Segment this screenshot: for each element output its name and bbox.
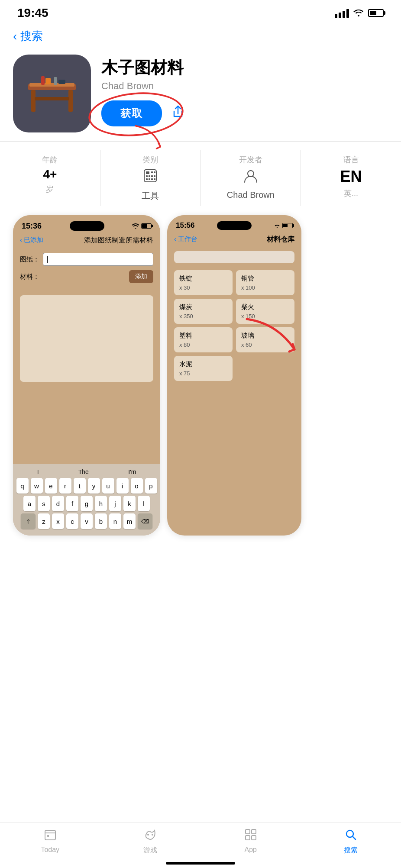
ss2-nav-back: ‹ 工作台 xyxy=(174,235,197,244)
signal-icon xyxy=(335,8,349,18)
tab-search[interactable]: 搜索 xyxy=(301,828,401,855)
svg-rect-1 xyxy=(29,83,74,87)
key-delete[interactable]: ⌫ xyxy=(138,513,152,529)
info-cell-category: 类别 工具 xyxy=(100,150,201,206)
language-value: EN xyxy=(340,168,362,186)
svg-point-21 xyxy=(248,171,254,177)
tab-apps[interactable]: App xyxy=(200,828,301,855)
home-indicator xyxy=(166,862,235,865)
app-info: 木子图材料 Chad Brown 获取 xyxy=(101,55,388,126)
key-b[interactable]: b xyxy=(95,513,107,529)
svg-point-25 xyxy=(152,834,153,836)
key-m[interactable]: m xyxy=(123,513,136,529)
status-time: 19:45 xyxy=(17,6,49,20)
svg-rect-23 xyxy=(47,835,49,837)
person-icon xyxy=(243,168,259,187)
app-header: 木子图材料 Chad Brown 获取 xyxy=(0,50,401,141)
key-n[interactable]: n xyxy=(109,513,121,529)
ss2-item-7: 水泥 x 75 xyxy=(174,356,233,381)
key-s[interactable]: s xyxy=(38,496,50,511)
key-q[interactable]: q xyxy=(16,478,29,494)
svg-rect-10 xyxy=(146,171,149,174)
ss2-nav-title: 材料仓库 xyxy=(267,235,294,244)
key-e[interactable]: e xyxy=(45,478,57,494)
key-l[interactable]: l xyxy=(138,496,150,511)
screenshot-1: 15:36 ‹ 已添加 添加图纸制造所需材料 图纸： xyxy=(13,215,160,536)
tab-games[interactable]: 游戏 xyxy=(100,828,201,855)
key-k[interactable]: k xyxy=(123,496,136,511)
key-a[interactable]: a xyxy=(23,496,36,511)
developer-name: Chad Brown xyxy=(227,190,275,200)
back-button[interactable]: ‹ 搜索 xyxy=(13,29,388,44)
get-button[interactable]: 获取 xyxy=(101,100,162,126)
ss1-add-button[interactable]: 添加 xyxy=(129,270,153,283)
language-label: 语言 xyxy=(343,155,359,165)
svg-rect-26 xyxy=(246,829,250,834)
key-o[interactable]: o xyxy=(131,478,143,494)
key-j[interactable]: j xyxy=(109,496,121,511)
svg-rect-2 xyxy=(31,90,36,112)
app-title: 木子图材料 xyxy=(101,58,388,78)
ss2-item-4: 柴火 x 150 xyxy=(236,299,294,324)
age-label: 年龄 xyxy=(42,155,58,165)
ss1-status-icons xyxy=(132,223,152,229)
ss1-form: 图纸： 材料： 添加 xyxy=(13,248,160,292)
key-d[interactable]: d xyxy=(52,496,64,511)
key-shift[interactable]: ⇧ xyxy=(21,513,36,529)
ss1-content-area xyxy=(20,295,153,382)
key-v[interactable]: v xyxy=(81,513,93,529)
ss2-nav: ‹ 工作台 材料仓库 xyxy=(167,232,301,248)
screenshots-container: 15:36 ‹ 已添加 添加图纸制造所需材料 图纸： xyxy=(0,215,401,536)
age-value: 4+ xyxy=(43,168,57,181)
ss1-keyboard: I The I'm q w e r t y u i o p a xyxy=(13,464,160,536)
developer-label: 开发者 xyxy=(239,155,262,165)
svg-rect-6 xyxy=(45,78,51,84)
today-icon xyxy=(44,828,57,844)
ss1-field-row-2: 材料： 添加 xyxy=(20,270,153,283)
ss2-item-6: 玻璃 x 60 xyxy=(236,327,294,352)
svg-rect-12 xyxy=(154,171,155,173)
key-w[interactable]: w xyxy=(31,478,43,494)
ss1-time: 15:36 xyxy=(22,222,42,231)
info-cell-developer: 开发者 Chad Brown xyxy=(201,150,301,206)
ss1-field-input-1[interactable] xyxy=(43,253,153,266)
ss1-field-row-1: 图纸： xyxy=(20,253,153,266)
key-g[interactable]: g xyxy=(81,496,93,511)
key-i[interactable]: i xyxy=(116,478,129,494)
key-z[interactable]: z xyxy=(38,513,50,529)
ss2-grid: 铁锭 x 30 铜管 x 100 煤炭 x 350 柴火 x 150 塑料 xyxy=(167,267,301,384)
info-row: 年龄 4+ 岁 类别 工具 开发者 xyxy=(0,141,401,215)
screenshots-area: 15:36 ‹ 已添加 添加图纸制造所需材料 图纸： xyxy=(0,215,401,613)
ss2-notch xyxy=(217,221,252,230)
info-cell-age: 年龄 4+ 岁 xyxy=(0,150,100,206)
key-t[interactable]: t xyxy=(74,478,86,494)
key-u[interactable]: u xyxy=(102,478,114,494)
key-f[interactable]: f xyxy=(66,496,78,511)
key-r[interactable]: r xyxy=(59,478,71,494)
key-y[interactable]: y xyxy=(88,478,100,494)
svg-rect-16 xyxy=(154,175,155,177)
ss1-nav: ‹ 已添加 添加图纸制造所需材料 xyxy=(13,233,160,248)
share-button[interactable] xyxy=(171,104,185,123)
ss2-statusbar: 15:56 xyxy=(167,215,301,232)
svg-rect-28 xyxy=(246,836,250,840)
tab-today[interactable]: Today xyxy=(0,828,100,855)
ss2-battery xyxy=(282,223,293,228)
svg-point-24 xyxy=(147,834,149,836)
app-developer: Chad Brown xyxy=(101,81,388,92)
svg-rect-29 xyxy=(252,836,256,840)
games-icon xyxy=(144,828,157,844)
ss2-time: 15:56 xyxy=(176,221,194,230)
app-icon xyxy=(13,55,91,132)
key-c[interactable]: c xyxy=(66,513,78,529)
ss2-search[interactable] xyxy=(174,251,294,263)
svg-rect-18 xyxy=(149,178,150,180)
key-p[interactable]: p xyxy=(145,478,157,494)
tab-today-label: Today xyxy=(41,846,59,854)
svg-rect-5 xyxy=(41,76,45,85)
key-h[interactable]: h xyxy=(95,496,107,511)
key-x[interactable]: x xyxy=(52,513,64,529)
age-sub: 岁 xyxy=(46,184,54,194)
get-button-wrapper: 获取 xyxy=(101,100,162,126)
svg-rect-20 xyxy=(154,178,155,180)
